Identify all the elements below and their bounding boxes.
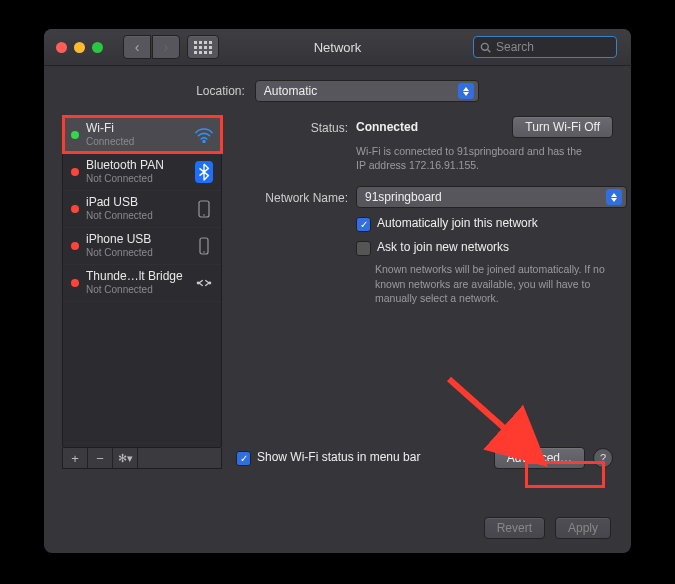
minimize-window-button[interactable] bbox=[74, 42, 85, 53]
sidebar: Wi-Fi Connected bbox=[62, 116, 222, 469]
back-button[interactable]: ‹ bbox=[123, 35, 151, 59]
svg-point-4 bbox=[203, 214, 205, 216]
service-thunderbolt-bridge[interactable]: Thunde…lt Bridge Not Connected bbox=[63, 265, 221, 302]
forward-button[interactable]: › bbox=[152, 35, 180, 59]
updown-icon bbox=[458, 83, 474, 99]
service-status: Not Connected bbox=[86, 173, 186, 185]
show-all-button[interactable] bbox=[187, 35, 219, 59]
status-dot-icon bbox=[71, 131, 79, 139]
show-menubar-checkbox-row[interactable]: Show Wi-Fi status in menu bar bbox=[236, 450, 420, 466]
status-label: Status: bbox=[236, 119, 356, 135]
service-actions-button[interactable]: ✻▾ bbox=[113, 448, 138, 468]
checkbox-unchecked-icon bbox=[356, 241, 371, 256]
search-icon bbox=[480, 42, 491, 53]
help-button[interactable]: ? bbox=[593, 448, 613, 468]
ask-join-label: Ask to join new networks bbox=[377, 240, 509, 254]
checkbox-checked-icon bbox=[236, 451, 251, 466]
network-name-select[interactable]: 91springboard bbox=[356, 186, 627, 208]
turn-wifi-off-button[interactable]: Turn Wi-Fi Off bbox=[512, 116, 613, 138]
checkbox-checked-icon bbox=[356, 217, 371, 232]
zoom-window-button[interactable] bbox=[92, 42, 103, 53]
show-menubar-label: Show Wi-Fi status in menu bar bbox=[257, 450, 420, 464]
auto-join-label: Automatically join this network bbox=[377, 216, 538, 230]
list-footer: + − ✻▾ bbox=[62, 448, 222, 469]
close-window-button[interactable] bbox=[56, 42, 67, 53]
svg-point-6 bbox=[203, 251, 205, 253]
device-icon bbox=[193, 198, 215, 220]
service-list[interactable]: Wi-Fi Connected bbox=[62, 116, 222, 448]
detail-pane: Status: Connected Turn Wi-Fi Off Wi-Fi i… bbox=[236, 116, 613, 469]
search-field[interactable]: Search bbox=[473, 36, 617, 58]
network-name-label: Network Name: bbox=[236, 189, 356, 205]
updown-icon bbox=[606, 189, 622, 205]
network-name-value: 91springboard bbox=[365, 190, 442, 204]
detail-bottom-bar: Show Wi-Fi status in menu bar Advanced… … bbox=[236, 447, 613, 469]
status-detail: Wi-Fi is connected to 91springboard and … bbox=[356, 144, 586, 172]
main-row: Wi-Fi Connected bbox=[62, 116, 613, 469]
service-status: Not Connected bbox=[86, 284, 186, 296]
service-bluetooth-pan[interactable]: Bluetooth PAN Not Connected bbox=[63, 154, 221, 191]
add-service-button[interactable]: + bbox=[63, 448, 88, 468]
status-dot-icon bbox=[71, 168, 79, 176]
network-prefpane-window: ‹ › Network Search Location: Automatic bbox=[44, 29, 631, 553]
location-value: Automatic bbox=[264, 84, 317, 98]
apply-button[interactable]: Apply bbox=[555, 517, 611, 539]
service-iphone-usb[interactable]: iPhone USB Not Connected bbox=[63, 228, 221, 265]
status-dot-icon bbox=[71, 205, 79, 213]
wifi-icon bbox=[193, 124, 215, 146]
service-ipad-usb[interactable]: iPad USB Not Connected bbox=[63, 191, 221, 228]
grid-icon bbox=[194, 41, 212, 54]
service-name: Bluetooth PAN bbox=[86, 159, 186, 173]
service-status: Not Connected bbox=[86, 247, 186, 259]
window-body: Location: Automatic Wi-Fi Connected bbox=[44, 66, 631, 483]
thunderbolt-icon bbox=[193, 272, 215, 294]
location-select[interactable]: Automatic bbox=[255, 80, 479, 102]
search-placeholder: Search bbox=[496, 40, 534, 54]
toolbar-nav: ‹ › bbox=[123, 35, 219, 59]
ask-join-checkbox-row[interactable]: Ask to join new networks bbox=[356, 240, 613, 256]
service-status: Connected bbox=[86, 136, 186, 148]
bluetooth-icon bbox=[193, 161, 215, 183]
svg-line-1 bbox=[488, 49, 491, 52]
service-name: iPhone USB bbox=[86, 233, 186, 247]
svg-point-2 bbox=[203, 140, 205, 142]
auto-join-checkbox-row[interactable]: Automatically join this network bbox=[356, 216, 613, 232]
service-status: Not Connected bbox=[86, 210, 186, 222]
titlebar: ‹ › Network Search bbox=[44, 29, 631, 66]
status-dot-icon bbox=[71, 279, 79, 287]
window-controls bbox=[56, 42, 103, 53]
advanced-button[interactable]: Advanced… bbox=[494, 447, 585, 469]
service-name: Wi-Fi bbox=[86, 122, 186, 136]
svg-point-0 bbox=[481, 43, 488, 50]
ask-join-note: Known networks will be joined automatica… bbox=[375, 262, 605, 305]
status-dot-icon bbox=[71, 242, 79, 250]
device-icon bbox=[193, 235, 215, 257]
service-name: Thunde…lt Bridge bbox=[86, 270, 186, 284]
window-footer: Revert Apply bbox=[484, 517, 611, 539]
location-label: Location: bbox=[196, 84, 245, 98]
revert-button[interactable]: Revert bbox=[484, 517, 545, 539]
service-wifi[interactable]: Wi-Fi Connected bbox=[63, 117, 221, 154]
remove-service-button[interactable]: − bbox=[88, 448, 113, 468]
status-value: Connected bbox=[356, 120, 418, 134]
service-name: iPad USB bbox=[86, 196, 186, 210]
location-row: Location: Automatic bbox=[62, 80, 613, 102]
